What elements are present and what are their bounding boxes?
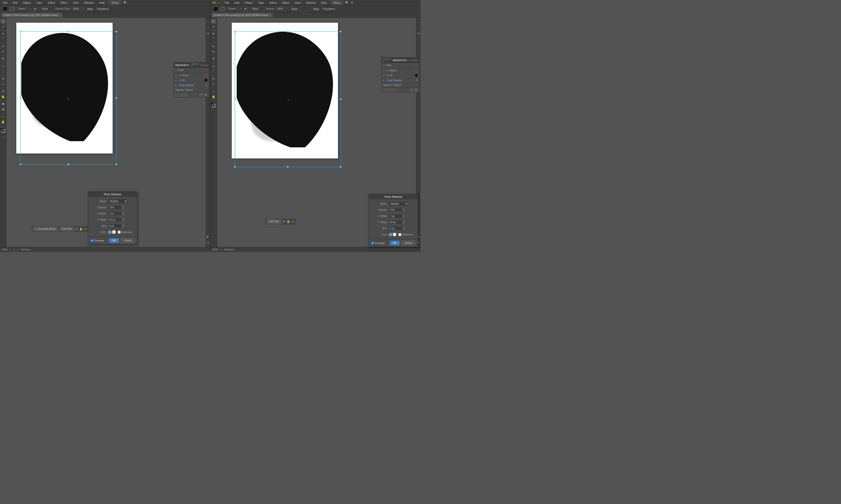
opacity-dlg-input[interactable] [108, 205, 122, 209]
r-blur-input[interactable] [389, 226, 402, 230]
r-mode-select[interactable]: Multiply [389, 201, 409, 206]
drop-shadow-label[interactable]: Drop Shadow [179, 84, 194, 87]
xoffset-input[interactable] [108, 212, 122, 215]
action-gear-icon[interactable]: ⚙ [75, 227, 78, 231]
r-panel-expand-icon[interactable]: ≡ [419, 59, 420, 61]
menu-select[interactable]: Select [47, 1, 56, 5]
r-graphic-panel-tab[interactable]: Graphic $ [383, 58, 391, 63]
r-pencil-tool[interactable]: ✏ [211, 49, 216, 54]
footer-duplicate-icon[interactable]: ⧉ [200, 93, 203, 96]
stroke-chip[interactable] [2, 129, 5, 132]
r-type-tool[interactable]: T [211, 56, 216, 61]
transpar-panel-tab[interactable]: Transpar [200, 64, 209, 66]
rectangle-tool[interactable]: ▭ [1, 64, 6, 69]
r-action-lock-icon[interactable]: 🔒 [287, 220, 290, 223]
r-footer-delete-icon[interactable]: 🗑 [414, 88, 418, 92]
r-lasso-tool[interactable]: ⌒ [211, 37, 216, 42]
r-footer-duplicate-icon[interactable]: ⧉ [410, 88, 413, 92]
r-zoom-tool[interactable]: ⌕ [211, 89, 216, 94]
r-yoffset-input[interactable] [389, 220, 402, 224]
r-share-button[interactable]: Share [330, 0, 343, 5]
r-xoffset-spin-down[interactable]: ▼ [403, 216, 405, 218]
cancel-button-right[interactable]: Cancel [401, 241, 415, 245]
menu-edit[interactable]: Edit [12, 1, 19, 5]
r-yoffset-spin-down[interactable]: ▼ [403, 222, 405, 224]
r-action-gear-icon[interactable]: ⚙ [282, 220, 285, 223]
r-menu-help[interactable]: Help [320, 1, 328, 5]
r-footer-layer-icon[interactable]: □ [383, 88, 387, 92]
r-tab-close-btn[interactable]: × [269, 14, 270, 16]
magic-wand-tool[interactable]: ✦ [1, 31, 6, 36]
direct-selection-tool[interactable]: ↗ [1, 24, 6, 29]
r-rectangle-tool[interactable]: ▭ [211, 64, 216, 69]
r-stroke-color-swatch[interactable] [415, 69, 418, 72]
r-xoffset-input[interactable] [389, 214, 402, 218]
r-view-icon-2[interactable]: ↔ [416, 25, 421, 30]
r-menu-edit[interactable]: Edit [234, 1, 240, 5]
darkness-radio[interactable]: Darkness: [118, 231, 133, 234]
r-opacity-dlg-input[interactable] [389, 208, 402, 212]
cancel-button-left[interactable]: Cancel [121, 238, 135, 243]
r-menu-file[interactable]: File [224, 1, 230, 5]
r-hand-tool[interactable]: ✋ [211, 94, 216, 99]
preview-checkbox[interactable] [91, 239, 93, 242]
r-align-btn[interactable]: Align [312, 7, 320, 11]
r-darkness-radio[interactable]: Darkness: [398, 233, 413, 236]
menu-effect[interactable]: Effect [59, 1, 68, 5]
left-tab[interactable]: Untitled-1 [Recovered].ai @ 150% (RGB/Pr… [1, 13, 62, 18]
brush-tool[interactable]: ⌒ [1, 69, 6, 74]
align-btn[interactable]: Align [86, 7, 94, 11]
r-pen-tool[interactable]: ✒ [211, 44, 216, 49]
r-grid-icon[interactable]: ⊞ [351, 1, 353, 4]
r-opacity-spin-up[interactable]: ▲ [403, 208, 405, 210]
r-fill-expand-icon[interactable]: ▶ [387, 74, 389, 76]
edit-path-button-left[interactable]: Edit Path [59, 227, 74, 231]
blur-input[interactable] [108, 224, 122, 228]
r-action-more-icon[interactable]: ••• [292, 220, 294, 223]
footer-delete-icon[interactable]: 🗑 [204, 93, 208, 96]
menu-window[interactable]: Window [83, 1, 95, 5]
r-menu-window[interactable]: Window [305, 1, 316, 5]
r-effect-visibility-icon[interactable]: ● [383, 79, 386, 82]
r-rotate-tool[interactable]: ↻ [211, 76, 216, 81]
selection-tool[interactable]: ↖ [1, 19, 6, 24]
r-transpar-panel-tab[interactable]: Transpar [409, 59, 418, 61]
r-menu-object[interactable]: Object [244, 1, 254, 5]
r-appearance-panel-title[interactable]: Appearance [393, 59, 407, 61]
blur-spin-up[interactable]: ▲ [122, 224, 124, 226]
mode-select[interactable]: Multiply [108, 199, 128, 203]
r-menu-select[interactable]: Select [268, 1, 278, 5]
color-radio[interactable] [108, 230, 116, 234]
r-footer-fx-icon[interactable]: fx [392, 88, 395, 92]
rotate-tool[interactable]: ↻ [1, 76, 6, 81]
menu-file[interactable]: File [2, 1, 8, 5]
view-icon-2[interactable]: ↔ [205, 25, 210, 30]
color-radio-input[interactable] [108, 231, 111, 234]
r-yoffset-spin-up[interactable]: ▲ [403, 220, 405, 222]
generate-button[interactable]: ✦ Generate (Beta) [33, 227, 58, 231]
r-fill-swatch-toolbar[interactable] [212, 6, 219, 11]
tab-close-btn[interactable]: × [59, 14, 60, 16]
r-stroke-visibility-icon[interactable]: ● [383, 69, 386, 72]
fill-visibility-icon[interactable]: ● [175, 79, 178, 82]
view-icon-3[interactable]: ⊞ [205, 31, 210, 36]
type-tool[interactable]: T [1, 56, 6, 61]
opacity-input[interactable] [72, 7, 82, 11]
color-box[interactable] [112, 230, 116, 234]
appearance-panel-title[interactable]: Appearance [175, 64, 189, 66]
r-stroke-expand-icon[interactable]: ▶ [387, 69, 389, 72]
xoffset-spin-down[interactable]: ▼ [122, 214, 124, 215]
right-tab[interactable]: Untitled-1 [Recovered].ai @ 150% (RGB/Pr… [211, 13, 273, 18]
ok-button-left[interactable]: OK [109, 238, 119, 243]
r-fill-color-swatch[interactable] [415, 74, 418, 77]
menu-type[interactable]: Type [35, 1, 43, 5]
blur-spin-down[interactable]: ▼ [122, 226, 124, 228]
footer-fx-icon[interactable]: fx [184, 93, 188, 96]
r-darkness-radio-input[interactable] [398, 233, 401, 236]
r-stroke-swatch-toolbar[interactable] [221, 7, 224, 11]
r-view-icon-3[interactable]: ⊞ [416, 31, 421, 36]
r-fill-visibility-icon[interactable]: ● [383, 74, 386, 77]
fill-color-swatch[interactable] [205, 79, 208, 82]
view-icon-4[interactable]: ▶ [205, 234, 210, 239]
fill-swatch-toolbar[interactable] [1, 6, 9, 11]
